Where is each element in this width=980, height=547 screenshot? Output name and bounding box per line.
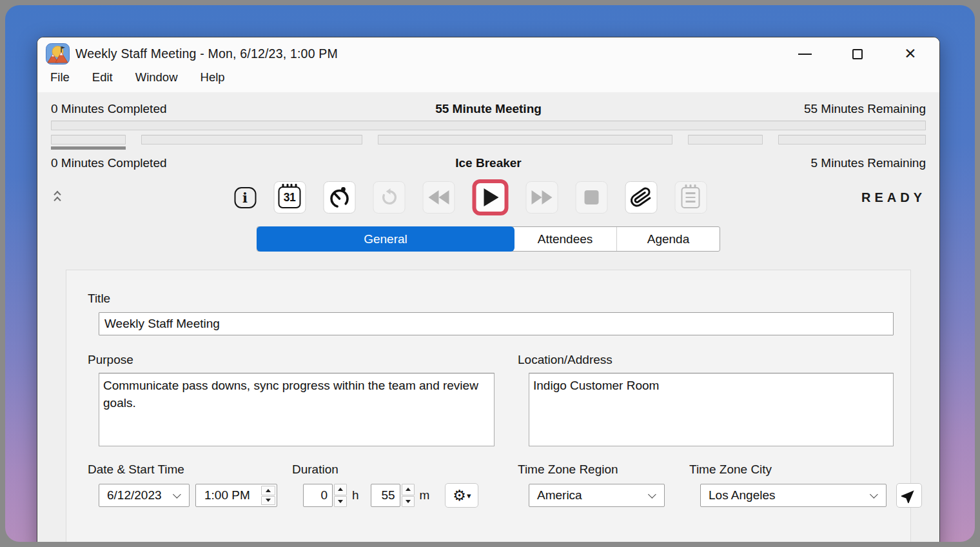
chevron-down-icon bbox=[648, 490, 656, 499]
title-label: Title bbox=[88, 292, 894, 306]
duration-group: Duration 0 h 55 bbox=[292, 462, 518, 508]
agenda-segment[interactable] bbox=[51, 135, 126, 144]
close-button[interactable]: ✕ bbox=[902, 46, 919, 63]
tab-attendees[interactable]: Attendees bbox=[514, 227, 616, 251]
tz-city-select[interactable]: Los Angeles bbox=[700, 484, 887, 507]
hours-down-button[interactable] bbox=[334, 496, 347, 508]
fast-forward-button bbox=[525, 181, 558, 214]
rewind-button bbox=[422, 181, 455, 214]
location-textarea[interactable]: Indigo Customer Room bbox=[529, 373, 894, 446]
caret-down-icon: ▾ bbox=[467, 491, 471, 501]
toolbar-buttons: i 31 bbox=[234, 179, 707, 216]
time-up-button[interactable] bbox=[261, 486, 275, 495]
minimize-button[interactable] bbox=[796, 46, 813, 63]
window-title: Weekly Staff Meeting - Mon, 6/12/23, 1:0… bbox=[75, 46, 338, 61]
purpose-textarea[interactable]: Communicate pass downs, sync progress wi… bbox=[99, 373, 495, 446]
time-spinner[interactable]: 1:00 PM bbox=[195, 484, 277, 507]
tab-agenda[interactable]: Agenda bbox=[616, 227, 720, 251]
general-form-panel: Title Weekly Staff Meeting Purpose Commu… bbox=[66, 270, 911, 542]
location-group: Location/Address Indigo Customer Room bbox=[518, 353, 894, 446]
agenda-segment[interactable] bbox=[378, 135, 672, 144]
calendar-button[interactable]: 31 bbox=[273, 181, 306, 214]
purpose-group: Purpose Communicate pass downs, sync pro… bbox=[88, 353, 495, 446]
status-badge: READY bbox=[861, 190, 926, 205]
info-icon: i bbox=[242, 190, 248, 206]
notepad-icon bbox=[681, 187, 700, 208]
toolbar: i 31 bbox=[51, 179, 926, 216]
rewind-icon bbox=[428, 190, 449, 204]
date-value: 6/12/2023 bbox=[107, 488, 162, 502]
section-progress-labels: 0 Minutes Completed Ice Breaker 5 Minute… bbox=[51, 156, 926, 170]
chevron-down-icon bbox=[870, 490, 878, 499]
meeting-app-window: Weekly Staff Meeting - Mon, 6/12/23, 1:0… bbox=[37, 37, 940, 542]
title-bar[interactable]: Weekly Staff Meeting - Mon, 6/12/23, 1:0… bbox=[37, 37, 939, 70]
tz-region-label: Time Zone Region bbox=[518, 462, 689, 477]
collapse-panel-button[interactable] bbox=[55, 192, 60, 203]
fast-forward-icon bbox=[531, 190, 552, 204]
minutes-up-button[interactable] bbox=[402, 484, 415, 495]
overall-completed-label: 0 Minutes Completed bbox=[51, 102, 264, 116]
spin-up-icon bbox=[406, 488, 411, 491]
maximize-icon bbox=[852, 49, 863, 59]
notes-button bbox=[674, 181, 707, 214]
close-icon: ✕ bbox=[904, 46, 916, 61]
gear-icon: ⚙ bbox=[453, 488, 466, 503]
calendar-icon: 31 bbox=[279, 186, 301, 208]
agenda-segment[interactable] bbox=[141, 135, 362, 144]
window-content: 0 Minutes Completed 55 Minute Meeting 55… bbox=[37, 92, 939, 542]
maximize-button[interactable] bbox=[849, 46, 866, 63]
hours-unit-label: h bbox=[352, 488, 359, 502]
desktop-background: Weekly Staff Meeting - Mon, 6/12/23, 1:0… bbox=[5, 5, 975, 542]
purpose-location-row: Purpose Communicate pass downs, sync pro… bbox=[88, 353, 894, 446]
spin-up-icon bbox=[338, 488, 343, 491]
minutes-spinner bbox=[402, 484, 415, 507]
location-label: Location/Address bbox=[518, 353, 894, 367]
info-button[interactable]: i bbox=[234, 187, 256, 208]
reset-button bbox=[373, 181, 405, 214]
navigation-arrow-icon bbox=[901, 487, 917, 504]
duration-settings-button[interactable]: ⚙ ▾ bbox=[445, 483, 478, 508]
tz-city-value: Los Angeles bbox=[709, 488, 776, 502]
attachments-button[interactable] bbox=[625, 181, 657, 214]
tab-bar: General Attendees Agenda bbox=[257, 226, 720, 252]
tz-region-value: America bbox=[537, 488, 582, 502]
tz-region-select[interactable]: America bbox=[529, 484, 665, 507]
section-title-label: Ice Breaker bbox=[264, 156, 713, 170]
menu-edit[interactable]: Edit bbox=[86, 70, 119, 85]
date-select[interactable]: 6/12/2023 bbox=[99, 484, 190, 507]
agenda-segment[interactable] bbox=[688, 135, 763, 144]
tz-region-group: Time Zone Region America bbox=[518, 462, 689, 508]
hours-up-button[interactable] bbox=[334, 484, 347, 495]
tz-city-label: Time Zone City bbox=[689, 462, 922, 477]
menu-window[interactable]: Window bbox=[129, 70, 184, 85]
menu-help[interactable]: Help bbox=[194, 70, 231, 85]
tz-city-group: Time Zone City Los Angeles bbox=[689, 462, 922, 508]
segment-bar bbox=[51, 135, 926, 144]
paperclip-icon bbox=[628, 184, 653, 210]
play-icon bbox=[484, 188, 499, 206]
duration-hours-input[interactable]: 0 bbox=[303, 484, 333, 507]
title-input[interactable]: Weekly Staff Meeting bbox=[99, 312, 894, 335]
detect-timezone-button[interactable] bbox=[896, 483, 922, 508]
time-down-button[interactable] bbox=[261, 496, 275, 506]
tab-general[interactable]: General bbox=[257, 226, 514, 252]
agenda-segment[interactable] bbox=[778, 135, 926, 144]
spin-down-icon bbox=[338, 500, 343, 503]
chevron-up-icon bbox=[54, 197, 61, 204]
spin-up-icon bbox=[266, 489, 271, 492]
spin-down-icon bbox=[266, 499, 271, 502]
purpose-label: Purpose bbox=[88, 353, 495, 367]
spin-down-icon bbox=[406, 500, 411, 503]
minutes-unit-label: m bbox=[420, 488, 430, 502]
menu-file[interactable]: File bbox=[44, 70, 76, 85]
play-button[interactable] bbox=[472, 179, 508, 215]
duration-minutes-input[interactable]: 55 bbox=[371, 484, 400, 507]
stop-icon bbox=[584, 190, 598, 204]
overall-progress-bar bbox=[51, 121, 926, 130]
date-start-label: Date & Start Time bbox=[88, 462, 292, 477]
reset-icon bbox=[379, 188, 398, 207]
minutes-down-button[interactable] bbox=[402, 496, 415, 508]
timer-button[interactable] bbox=[323, 181, 355, 214]
hours-spinner bbox=[334, 484, 347, 507]
section-completed-label: 0 Minutes Completed bbox=[51, 156, 264, 170]
